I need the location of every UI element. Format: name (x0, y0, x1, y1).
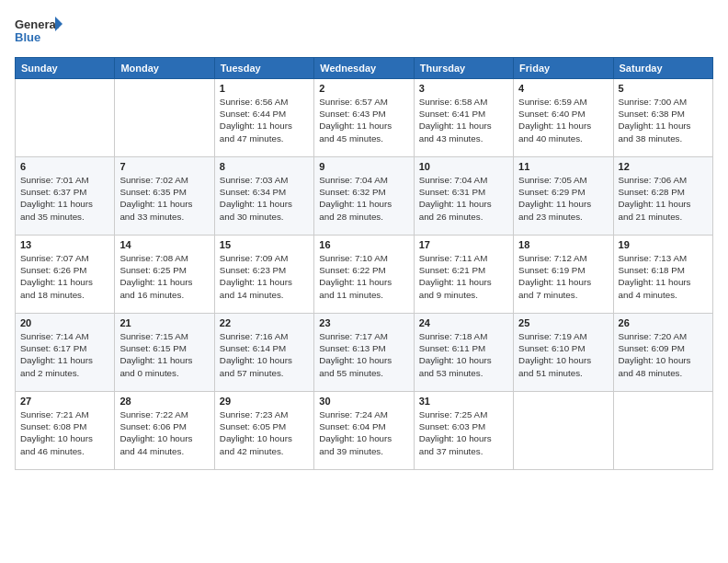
day-info: Sunrise: 7:24 AM Sunset: 6:04 PM Dayligh… (319, 408, 408, 457)
day-number: 18 (518, 239, 608, 250)
day-info: Sunrise: 7:00 AM Sunset: 6:38 PM Dayligh… (619, 96, 708, 144)
day-number: 2 (319, 83, 408, 94)
day-info: Sunrise: 7:25 AM Sunset: 6:03 PM Dayligh… (419, 408, 508, 457)
calendar-cell: 12Sunrise: 7:06 AM Sunset: 6:28 PM Dayli… (613, 157, 712, 236)
calendar-cell: 17Sunrise: 7:11 AM Sunset: 6:21 PM Dayli… (414, 236, 513, 314)
calendar-cell: 10Sunrise: 7:04 AM Sunset: 6:31 PM Dayli… (414, 157, 513, 236)
week-row-5: 27Sunrise: 7:21 AM Sunset: 6:08 PM Dayli… (16, 392, 713, 470)
day-info: Sunrise: 7:23 AM Sunset: 6:05 PM Dayligh… (220, 408, 309, 457)
day-number: 22 (220, 317, 309, 328)
day-info: Sunrise: 6:58 AM Sunset: 6:41 PM Dayligh… (419, 96, 508, 144)
day-info: Sunrise: 7:14 AM Sunset: 6:17 PM Dayligh… (20, 330, 109, 379)
calendar-cell: 22Sunrise: 7:16 AM Sunset: 6:14 PM Dayli… (214, 314, 313, 392)
day-number: 29 (220, 396, 309, 407)
calendar-cell: 19Sunrise: 7:13 AM Sunset: 6:18 PM Dayli… (613, 236, 712, 314)
week-row-3: 13Sunrise: 7:07 AM Sunset: 6:26 PM Dayli… (16, 236, 713, 314)
weekday-header-friday: Friday (514, 58, 613, 79)
day-info: Sunrise: 7:04 AM Sunset: 6:32 PM Dayligh… (319, 174, 408, 223)
day-number: 23 (319, 317, 408, 328)
day-number: 26 (619, 317, 708, 328)
calendar-cell: 16Sunrise: 7:10 AM Sunset: 6:22 PM Dayli… (314, 236, 414, 314)
day-info: Sunrise: 6:57 AM Sunset: 6:43 PM Dayligh… (319, 96, 408, 144)
day-info: Sunrise: 7:10 AM Sunset: 6:22 PM Dayligh… (319, 252, 408, 301)
day-info: Sunrise: 7:04 AM Sunset: 6:31 PM Dayligh… (419, 174, 508, 223)
calendar-cell: 26Sunrise: 7:20 AM Sunset: 6:09 PM Dayli… (613, 314, 712, 392)
week-row-1: 1Sunrise: 6:56 AM Sunset: 6:44 PM Daylig… (16, 79, 713, 157)
calendar-cell: 3Sunrise: 6:58 AM Sunset: 6:41 PM Daylig… (414, 79, 513, 157)
weekday-header-wednesday: Wednesday (314, 58, 414, 79)
week-row-4: 20Sunrise: 7:14 AM Sunset: 6:17 PM Dayli… (16, 314, 713, 392)
day-number: 10 (419, 161, 508, 172)
weekday-header-thursday: Thursday (414, 58, 513, 79)
calendar-cell: 28Sunrise: 7:22 AM Sunset: 6:06 PM Dayli… (115, 392, 214, 470)
calendar-cell (613, 392, 712, 470)
weekday-header-saturday: Saturday (613, 58, 712, 79)
day-number: 1 (220, 83, 309, 94)
day-info: Sunrise: 7:03 AM Sunset: 6:34 PM Dayligh… (220, 174, 309, 223)
day-info: Sunrise: 7:15 AM Sunset: 6:15 PM Dayligh… (119, 330, 209, 379)
day-info: Sunrise: 7:02 AM Sunset: 6:35 PM Dayligh… (119, 174, 209, 223)
day-number: 11 (518, 161, 608, 172)
calendar-cell: 31Sunrise: 7:25 AM Sunset: 6:03 PM Dayli… (414, 392, 513, 470)
svg-text:Blue: Blue (15, 30, 40, 44)
logo: General Blue (15, 15, 63, 48)
day-number: 13 (20, 239, 109, 250)
weekday-header-sunday: Sunday (16, 58, 115, 79)
calendar-cell: 23Sunrise: 7:17 AM Sunset: 6:13 PM Dayli… (314, 314, 414, 392)
calendar-cell: 9Sunrise: 7:04 AM Sunset: 6:32 PM Daylig… (314, 157, 414, 236)
day-info: Sunrise: 6:56 AM Sunset: 6:44 PM Dayligh… (220, 96, 309, 144)
day-number: 7 (119, 161, 209, 172)
day-number: 6 (20, 161, 109, 172)
calendar-cell: 18Sunrise: 7:12 AM Sunset: 6:19 PM Dayli… (514, 236, 613, 314)
day-info: Sunrise: 7:08 AM Sunset: 6:25 PM Dayligh… (119, 252, 209, 301)
day-info: Sunrise: 7:12 AM Sunset: 6:19 PM Dayligh… (518, 252, 608, 301)
day-number: 3 (419, 83, 508, 94)
calendar-cell: 2Sunrise: 6:57 AM Sunset: 6:43 PM Daylig… (314, 79, 414, 157)
day-number: 30 (319, 396, 408, 407)
calendar-cell: 20Sunrise: 7:14 AM Sunset: 6:17 PM Dayli… (16, 314, 115, 392)
day-number: 4 (518, 83, 608, 94)
day-number: 28 (119, 396, 209, 407)
day-number: 5 (619, 83, 708, 94)
svg-text:General: General (15, 17, 59, 31)
week-row-2: 6Sunrise: 7:01 AM Sunset: 6:37 PM Daylig… (16, 157, 713, 236)
calendar-cell: 11Sunrise: 7:05 AM Sunset: 6:29 PM Dayli… (514, 157, 613, 236)
day-number: 12 (619, 161, 708, 172)
page-header: General Blue (15, 15, 713, 48)
day-info: Sunrise: 7:17 AM Sunset: 6:13 PM Dayligh… (319, 330, 408, 379)
day-info: Sunrise: 7:20 AM Sunset: 6:09 PM Dayligh… (619, 330, 708, 379)
calendar-cell (514, 392, 613, 470)
calendar-cell: 5Sunrise: 7:00 AM Sunset: 6:38 PM Daylig… (613, 79, 712, 157)
calendar-cell (115, 79, 214, 157)
day-info: Sunrise: 7:09 AM Sunset: 6:23 PM Dayligh… (220, 252, 309, 301)
day-info: Sunrise: 7:22 AM Sunset: 6:06 PM Dayligh… (119, 408, 209, 457)
calendar-cell: 29Sunrise: 7:23 AM Sunset: 6:05 PM Dayli… (214, 392, 313, 470)
day-number: 14 (119, 239, 209, 250)
calendar-cell: 21Sunrise: 7:15 AM Sunset: 6:15 PM Dayli… (115, 314, 214, 392)
calendar-cell (16, 79, 115, 157)
weekday-header-monday: Monday (115, 58, 214, 79)
day-number: 17 (419, 239, 508, 250)
weekday-header-tuesday: Tuesday (214, 58, 313, 79)
day-number: 27 (20, 396, 109, 407)
day-number: 9 (319, 161, 408, 172)
weekday-header-row: SundayMondayTuesdayWednesdayThursdayFrid… (16, 58, 713, 79)
calendar-cell: 8Sunrise: 7:03 AM Sunset: 6:34 PM Daylig… (214, 157, 313, 236)
day-number: 21 (119, 317, 209, 328)
day-number: 16 (319, 239, 408, 250)
calendar-cell: 30Sunrise: 7:24 AM Sunset: 6:04 PM Dayli… (314, 392, 414, 470)
day-info: Sunrise: 7:13 AM Sunset: 6:18 PM Dayligh… (619, 252, 708, 301)
calendar-cell: 6Sunrise: 7:01 AM Sunset: 6:37 PM Daylig… (16, 157, 115, 236)
day-info: Sunrise: 7:05 AM Sunset: 6:29 PM Dayligh… (518, 174, 608, 223)
calendar: SundayMondayTuesdayWednesdayThursdayFrid… (15, 57, 713, 470)
day-info: Sunrise: 6:59 AM Sunset: 6:40 PM Dayligh… (518, 96, 608, 144)
day-number: 24 (419, 317, 508, 328)
day-info: Sunrise: 7:19 AM Sunset: 6:10 PM Dayligh… (518, 330, 608, 379)
day-number: 19 (619, 239, 708, 250)
calendar-cell: 27Sunrise: 7:21 AM Sunset: 6:08 PM Dayli… (16, 392, 115, 470)
calendar-cell: 1Sunrise: 6:56 AM Sunset: 6:44 PM Daylig… (214, 79, 313, 157)
day-info: Sunrise: 7:21 AM Sunset: 6:08 PM Dayligh… (20, 408, 109, 457)
day-number: 25 (518, 317, 608, 328)
day-info: Sunrise: 7:16 AM Sunset: 6:14 PM Dayligh… (220, 330, 309, 379)
logo-svg: General Blue (15, 15, 63, 48)
